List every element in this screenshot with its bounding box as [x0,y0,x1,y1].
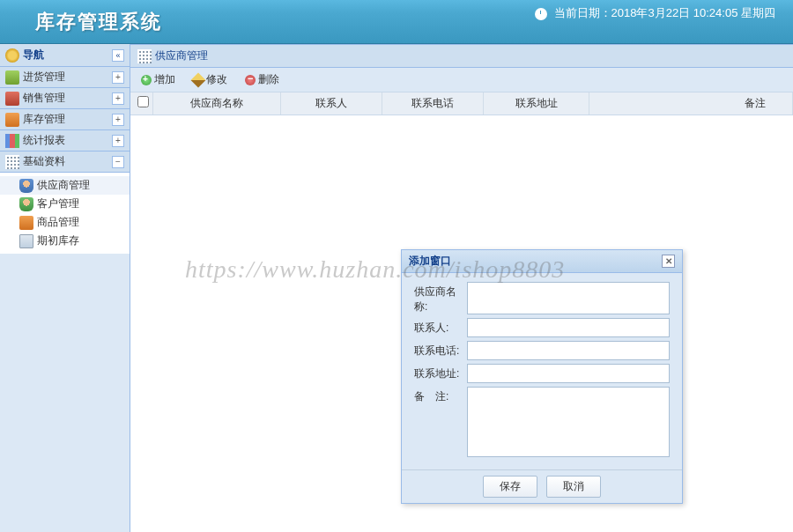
column-name[interactable]: 供应商名称 [153,92,281,115]
expand-button[interactable]: + [112,71,124,84]
sidebar-item-customer[interactable]: 客户管理 [0,195,130,213]
tab-title: 供应商管理 [155,48,208,63]
add-button[interactable]: 增加 [137,70,179,89]
dialog-title: 添加窗口 [409,254,451,269]
goods-icon [19,216,33,230]
sidebar: 导航 « 进货管理 + 销售管理 + 库存管理 + 统计报表 + 基础资料 − … [0,44,130,532]
clock-icon [535,8,547,20]
sidebar-group-inventory[interactable]: 库存管理 + [0,109,130,130]
label-supplier-name: 供应商名称: [414,282,467,314]
user-icon [19,179,33,193]
grid-header: 供应商名称 联系人 联系电话 联系地址 备注 [130,92,793,115]
checkbox-column[interactable] [130,92,153,115]
input-phone[interactable] [467,341,670,360]
folder-icon [5,92,19,106]
expand-button[interactable]: + [112,135,124,147]
edit-button[interactable]: 修改 [189,70,231,89]
edit-icon [191,72,206,87]
close-button[interactable]: ✕ [662,255,675,268]
add-dialog: 添加窗口 ✕ 供应商名称: 联系人: 联系电话: 联系地址: 备 注: 保存 取… [401,249,683,504]
add-icon [141,75,152,85]
grid-icon [5,155,19,169]
expand-button[interactable]: + [112,114,124,126]
date-value: 2018年3月22日 10:24:05 星期四 [611,6,775,19]
sidebar-item-goods[interactable]: 商品管理 [0,213,130,232]
nav-header: 导航 « [0,44,130,67]
doc-icon [19,234,33,248]
nav-title: 导航 [5,48,44,63]
sidebar-group-sales[interactable]: 销售管理 + [0,88,130,109]
compass-icon [5,48,19,63]
delete-icon [245,75,256,85]
app-header: 库存管理系统 当前日期：2018年3月22日 10:24:05 星期四 [0,0,793,44]
grid-icon [137,49,152,63]
input-address[interactable] [467,364,670,383]
collapse-sidebar-button[interactable]: « [112,49,124,62]
label-phone: 联系电话: [414,341,467,360]
tab-header: 供应商管理 [130,45,793,68]
dialog-header[interactable]: 添加窗口 ✕ [402,250,682,273]
sidebar-group-basedata[interactable]: 基础资料 − [0,151,130,173]
folder-icon [5,113,19,127]
sidebar-group-purchase[interactable]: 进货管理 + [0,67,130,88]
sidebar-item-initial-stock[interactable]: 期初库存 [0,232,130,250]
sidebar-group-reports[interactable]: 统计报表 + [0,130,130,151]
input-contact[interactable] [467,318,670,337]
folder-icon [5,70,19,85]
expand-button[interactable]: + [112,92,124,105]
select-all-checkbox[interactable] [137,96,149,107]
current-date: 当前日期：2018年3月22日 10:24:05 星期四 [535,5,775,21]
save-button[interactable]: 保存 [483,476,537,498]
column-remark[interactable]: 备注 [589,92,793,115]
column-contact[interactable]: 联系人 [281,92,382,115]
collapse-button[interactable]: − [112,156,124,168]
column-phone[interactable]: 联系电话 [382,92,484,115]
delete-button[interactable]: 删除 [241,70,283,89]
input-supplier-name[interactable] [467,282,670,314]
user-icon [19,197,33,211]
sidebar-subtree: 供应商管理 客户管理 商品管理 期初库存 [0,173,130,254]
label-contact: 联系人: [414,318,467,337]
input-remark[interactable] [467,387,670,457]
toolbar: 增加 修改 删除 [130,68,793,92]
label-address: 联系地址: [414,364,467,383]
dialog-body: 供应商名称: 联系人: 联系电话: 联系地址: 备 注: [402,273,682,469]
cancel-button[interactable]: 取消 [546,476,601,498]
sidebar-item-supplier[interactable]: 供应商管理 [0,176,130,195]
chart-icon [5,134,19,148]
date-label: 当前日期： [554,6,611,19]
dialog-footer: 保存 取消 [402,469,682,503]
column-address[interactable]: 联系地址 [484,92,589,115]
label-remark: 备 注: [414,387,467,457]
